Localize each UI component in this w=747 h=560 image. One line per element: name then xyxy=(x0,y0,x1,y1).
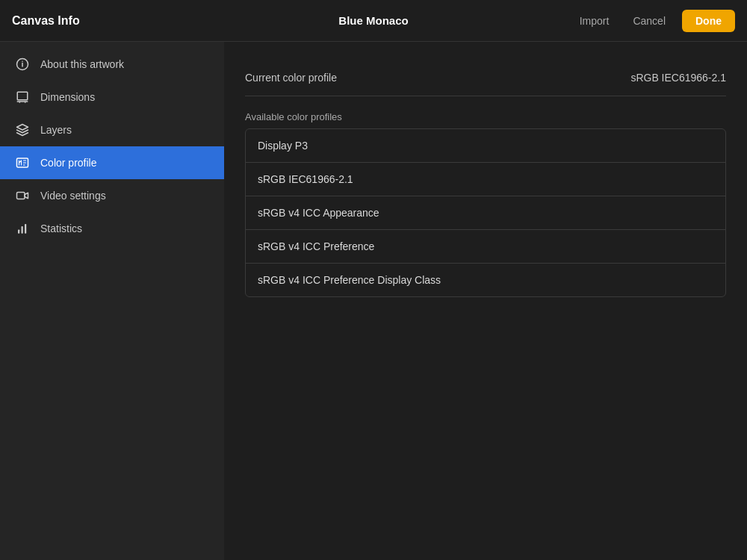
svg-rect-16 xyxy=(25,224,26,234)
video-icon xyxy=(15,188,30,203)
info-icon xyxy=(15,57,30,72)
current-profile-label: Current color profile xyxy=(245,72,337,84)
profile-item-srgb-iec-label: sRGB IEC61966-2.1 xyxy=(258,173,353,185)
profile-item-srgb-iec[interactable]: sRGB IEC61966-2.1 xyxy=(246,163,725,196)
app-container: Canvas Info Blue Monaco Import Cancel Do… xyxy=(0,0,747,560)
sidebar-item-layers[interactable]: Layers xyxy=(0,113,224,146)
svg-marker-13 xyxy=(25,193,28,199)
profile-item-srgb-v4-appearance-label: sRGB v4 ICC Appearance xyxy=(258,207,379,219)
svg-rect-3 xyxy=(17,92,28,100)
svg-marker-7 xyxy=(17,125,28,131)
page-title: Canvas Info xyxy=(12,14,80,28)
main-layout: About this artwork Dimensions xyxy=(0,42,747,560)
profiles-list: Display P3 sRGB IEC61966-2.1 sRGB v4 ICC… xyxy=(245,128,726,297)
sidebar-item-color-profile-label: Color profile xyxy=(40,157,96,169)
layers-icon xyxy=(15,122,30,137)
svg-rect-12 xyxy=(17,193,25,199)
current-profile-row: Current color profile sRGB IEC61966-2.1 xyxy=(245,60,726,96)
sidebar-item-video-settings[interactable]: Video settings xyxy=(0,179,224,212)
sidebar-item-about-label: About this artwork xyxy=(40,58,124,70)
profile-item-srgb-v4-display-class[interactable]: sRGB v4 ICC Preference Display Class xyxy=(246,264,725,296)
statistics-icon xyxy=(15,221,30,236)
sidebar-item-layers-label: Layers xyxy=(40,124,72,136)
sidebar-item-video-settings-label: Video settings xyxy=(40,190,106,202)
color-profile-icon xyxy=(15,155,30,170)
header-center-title: Blue Monaco xyxy=(338,14,408,27)
available-profiles-title: Available color profiles xyxy=(245,111,726,122)
svg-rect-15 xyxy=(22,226,23,234)
cancel-button[interactable]: Cancel xyxy=(625,10,673,31)
header-bar: Canvas Info Blue Monaco Import Cancel Do… xyxy=(0,0,747,42)
profile-item-srgb-v4-preference[interactable]: sRGB v4 ICC Preference xyxy=(246,230,725,264)
sidebar-item-about[interactable]: About this artwork xyxy=(0,48,224,81)
sidebar-item-dimensions-label: Dimensions xyxy=(40,91,95,103)
profile-item-srgb-v4-preference-label: sRGB v4 ICC Preference xyxy=(258,240,374,252)
profile-item-srgb-v4-appearance[interactable]: sRGB v4 ICC Appearance xyxy=(246,196,725,230)
dimensions-icon xyxy=(15,90,30,105)
svg-rect-8 xyxy=(17,158,28,167)
done-button[interactable]: Done xyxy=(682,10,735,32)
profile-item-srgb-v4-display-class-label: sRGB v4 ICC Preference Display Class xyxy=(258,274,441,286)
sidebar-item-statistics[interactable]: Statistics xyxy=(0,212,224,245)
svg-rect-14 xyxy=(18,230,19,234)
svg-point-2 xyxy=(22,61,23,63)
sidebar-item-statistics-label: Statistics xyxy=(40,223,82,234)
header-actions: Import Cancel Done xyxy=(572,10,735,32)
sidebar-item-color-profile[interactable]: Color profile xyxy=(0,146,224,179)
current-profile-value: sRGB IEC61966-2.1 xyxy=(630,72,726,84)
profile-item-display-p3-label: Display P3 xyxy=(258,140,308,152)
profile-item-display-p3[interactable]: Display P3 xyxy=(246,129,725,163)
sidebar-item-dimensions[interactable]: Dimensions xyxy=(0,81,224,113)
content-area: Current color profile sRGB IEC61966-2.1 … xyxy=(224,42,747,560)
import-button[interactable]: Import xyxy=(572,10,617,31)
sidebar: About this artwork Dimensions xyxy=(0,42,224,560)
